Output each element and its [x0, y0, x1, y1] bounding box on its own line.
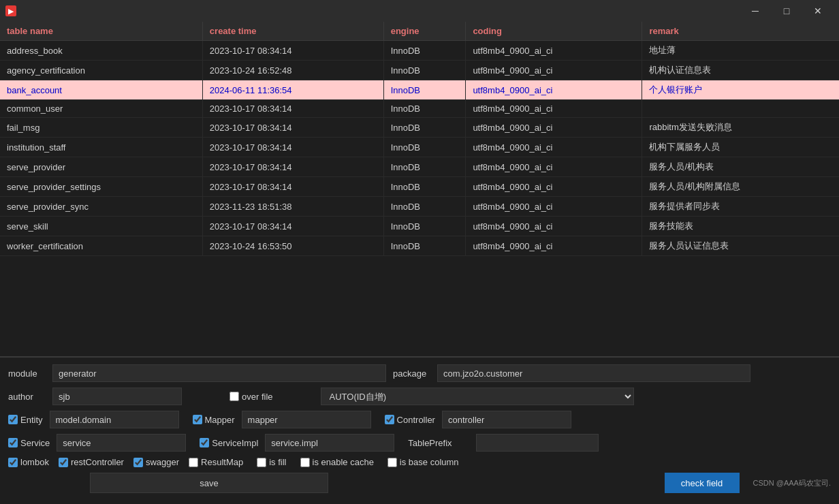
- restcontroller-label: restController: [71, 457, 124, 467]
- author-label: author: [8, 392, 46, 402]
- tableprefix-label: TablePrefix: [408, 438, 469, 448]
- table-cell: 2023-10-17 08:34:14: [202, 118, 383, 138]
- table-cell: InnoDB: [383, 157, 466, 177]
- service-checkbox-group[interactable]: Service: [8, 438, 50, 448]
- table-row[interactable]: bank_account2024-06-11 11:36:54InnoDButf…: [0, 80, 839, 100]
- isbasecolumn-label: is base column: [400, 457, 459, 467]
- table-cell: serve_provider_sync: [0, 197, 202, 217]
- swagger-label: swagger: [146, 457, 179, 467]
- restcontroller-checkbox[interactable]: [59, 458, 68, 467]
- mapper-path-input[interactable]: [242, 411, 371, 428]
- table-row[interactable]: serve_provider_settings2023-10-17 08:34:…: [0, 177, 839, 197]
- mapper-checkbox[interactable]: [193, 415, 202, 424]
- auto-id-select[interactable]: AUTO(ID自增): [321, 388, 634, 405]
- swagger-checkbox-group[interactable]: swagger: [133, 457, 179, 467]
- save-input[interactable]: [90, 473, 328, 493]
- table-row[interactable]: institution_staff2023-10-17 08:34:14Inno…: [0, 138, 839, 157]
- table-cell: serve_skill: [0, 217, 202, 236]
- table-cell: InnoDB: [383, 61, 466, 80]
- col-header-engine: engine: [383, 22, 466, 41]
- lombok-checkbox[interactable]: [8, 458, 18, 467]
- table-row[interactable]: serve_provider2023-10-17 08:34:14InnoDBu…: [0, 157, 839, 177]
- serviceimpl-checkbox-group[interactable]: ServiceImpl: [200, 438, 258, 448]
- resultmap-label: ResultMap: [201, 457, 243, 467]
- serviceimpl-path-input[interactable]: [265, 434, 394, 452]
- table-row[interactable]: serve_skill2023-10-17 08:34:14InnoDButf8…: [0, 217, 839, 236]
- main-content: table name create time engine coding rem…: [0, 22, 839, 504]
- lombok-checkbox-group[interactable]: lombok: [8, 457, 49, 467]
- table-cell: utf8mb4_0900_ai_ci: [466, 157, 642, 177]
- mapper-checkbox-group[interactable]: Mapper: [193, 415, 235, 425]
- table-cell: 2024-06-11 11:36:54: [202, 80, 383, 100]
- isenablecache-checkbox-group[interactable]: is enable cache: [300, 457, 374, 467]
- table-cell: 地址薄: [642, 41, 839, 61]
- author-input[interactable]: [52, 388, 182, 405]
- table-cell: 服务人员认证信息表: [642, 236, 839, 256]
- isfill-checkbox[interactable]: [257, 458, 266, 467]
- controller-label: Controller: [397, 415, 435, 425]
- table-cell: utf8mb4_0900_ai_ci: [466, 118, 642, 138]
- table-row[interactable]: serve_provider_sync2023-11-23 18:51:38In…: [0, 197, 839, 217]
- overfile-checkbox[interactable]: [229, 392, 239, 401]
- table-cell: utf8mb4_0900_ai_ci: [466, 197, 642, 217]
- check-field-button[interactable]: check field: [665, 473, 740, 493]
- table-cell: fail_msg: [0, 118, 202, 138]
- module-input[interactable]: [52, 364, 386, 382]
- table-cell: 服务技能表: [642, 217, 839, 236]
- isbasecolumn-checkbox-group[interactable]: is base column: [387, 457, 459, 467]
- tableprefix-input[interactable]: [476, 434, 599, 452]
- controller-checkbox[interactable]: [385, 415, 394, 424]
- col-header-tablename: table name: [0, 22, 202, 41]
- resultmap-checkbox-group[interactable]: ResultMap: [189, 457, 243, 467]
- overfile-checkbox-group[interactable]: over file: [229, 392, 273, 402]
- row-author: author over file AUTO(ID自增): [8, 388, 831, 405]
- controller-path-input[interactable]: [442, 411, 571, 428]
- isfill-label: is fill: [269, 457, 286, 467]
- minimize-button[interactable]: ─: [740, 0, 771, 22]
- isfill-checkbox-group[interactable]: is fill: [257, 457, 286, 467]
- entity-checkbox[interactable]: [8, 415, 18, 424]
- package-input[interactable]: [437, 364, 750, 382]
- resultmap-checkbox[interactable]: [189, 458, 198, 467]
- col-header-remark: remark: [642, 22, 839, 41]
- table-cell: utf8mb4_0900_ai_ci: [466, 236, 642, 256]
- table-row[interactable]: address_book2023-10-17 08:34:14InnoDButf…: [0, 41, 839, 61]
- isenablecache-checkbox[interactable]: [300, 458, 310, 467]
- table-cell: address_book: [0, 41, 202, 61]
- entity-checkbox-group[interactable]: Entity: [8, 415, 43, 425]
- table-row[interactable]: worker_certification2023-10-24 16:53:50I…: [0, 236, 839, 256]
- controller-checkbox-group[interactable]: Controller: [385, 415, 435, 425]
- swagger-checkbox[interactable]: [133, 458, 143, 467]
- isbasecolumn-checkbox[interactable]: [387, 458, 397, 467]
- table-cell: utf8mb4_0900_ai_ci: [466, 138, 642, 157]
- table-cell: 2023-10-17 08:34:14: [202, 41, 383, 61]
- service-path-input[interactable]: [57, 434, 186, 452]
- service-label: Service: [20, 438, 50, 448]
- service-checkbox[interactable]: [8, 438, 18, 447]
- table-cell: utf8mb4_0900_ai_ci: [466, 217, 642, 236]
- table-cell: utf8mb4_0900_ai_ci: [466, 100, 642, 118]
- row-module-package: module package: [8, 364, 831, 382]
- serviceimpl-checkbox[interactable]: [200, 438, 209, 447]
- row-save-actions: check field CSDN @AAA码农宝司.: [8, 473, 831, 493]
- table-cell: InnoDB: [383, 236, 466, 256]
- table-cell: 个人银行账户: [642, 80, 839, 100]
- entity-path-input[interactable]: [50, 411, 179, 428]
- table-row[interactable]: common_user2023-10-17 08:34:14InnoDButf8…: [0, 100, 839, 118]
- table-cell: agency_certification: [0, 61, 202, 80]
- close-button[interactable]: ✕: [802, 0, 834, 22]
- table-cell: utf8mb4_0900_ai_ci: [466, 80, 642, 100]
- table-row[interactable]: fail_msg2023-10-17 08:34:14InnoDButf8mb4…: [0, 118, 839, 138]
- table-area[interactable]: table name create time engine coding rem…: [0, 22, 839, 357]
- table-cell: 2023-10-17 08:34:14: [202, 157, 383, 177]
- title-bar-controls[interactable]: ─ □ ✕: [740, 0, 834, 22]
- table-cell: InnoDB: [383, 197, 466, 217]
- table-cell: InnoDB: [383, 177, 466, 197]
- isenablecache-label: is enable cache: [313, 457, 374, 467]
- restcontroller-checkbox-group[interactable]: restController: [59, 457, 124, 467]
- table-cell: InnoDB: [383, 100, 466, 118]
- title-bar-left: ▶: [5, 5, 16, 16]
- overfile-label: over file: [242, 392, 273, 402]
- table-row[interactable]: agency_certification2023-10-24 16:52:48I…: [0, 61, 839, 80]
- maximize-button[interactable]: □: [771, 0, 802, 22]
